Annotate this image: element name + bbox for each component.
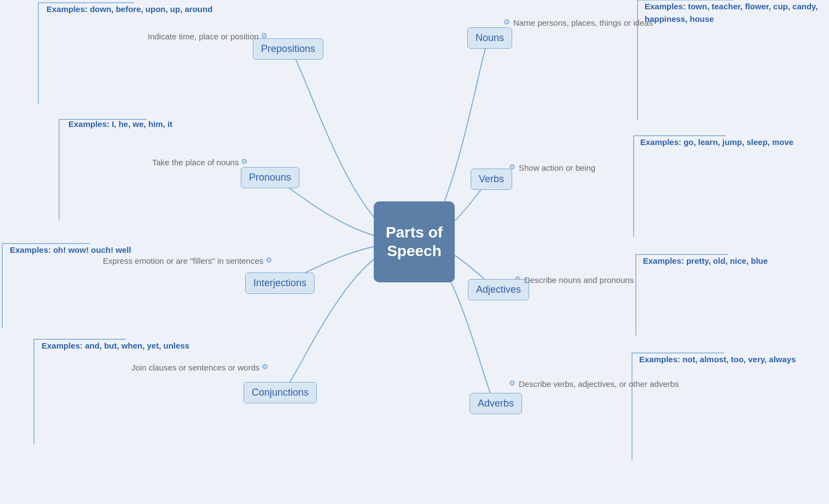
examples-interjections: Examples: oh! wow! ouch! well (10, 244, 131, 256)
desc-interjections: Express emotion or are "fillers" in sent… (103, 254, 263, 267)
branch-node-interjections: Interjections (245, 273, 315, 294)
desc-pronouns: Take the place of nouns (152, 156, 239, 169)
desc-verbs: Show action or being (519, 161, 595, 174)
examples-verbs: Examples: go, learn, jump, sleep, move (640, 136, 793, 148)
examples-adverbs: Examples: not, almost, too, very, always (639, 353, 796, 366)
svg-point-7 (510, 381, 514, 385)
desc-prepositions: Indicate time, place or position (148, 30, 259, 43)
branch-node-nouns: Nouns (467, 27, 512, 49)
desc-nouns: Name persons, places, things or ideas (513, 16, 653, 29)
desc-adjectives: Describe nouns and pronouns (524, 274, 634, 286)
examples-adjectives: Examples: pretty, old, nice, blue (643, 254, 768, 267)
examples-conjunctions: Examples: and, but, when, yet, unless (42, 339, 189, 352)
center-node: Parts of Speech (374, 201, 455, 282)
branch-node-adjectives: Adjectives (468, 279, 529, 300)
branch-node-prepositions: Prepositions (253, 38, 323, 60)
svg-point-2 (266, 258, 271, 262)
svg-point-4 (505, 20, 509, 24)
branch-node-conjunctions: Conjunctions (244, 382, 317, 403)
svg-point-5 (510, 165, 514, 169)
svg-point-3 (263, 364, 267, 369)
examples-nouns: Examples: town, teacher, flower, cup, ca… (645, 0, 829, 26)
desc-conjunctions: Join clauses or sentences or words (131, 361, 259, 374)
branch-node-pronouns: Pronouns (241, 167, 299, 188)
svg-point-1 (242, 159, 246, 164)
examples-pronouns: Examples: I, he, we, him, it (68, 118, 172, 130)
branch-node-adverbs: Adverbs (469, 393, 522, 414)
examples-prepositions: Examples: down, before, upon, up, around (47, 3, 212, 15)
desc-adverbs: Describe verbs, adjectives, or other adv… (519, 378, 679, 390)
svg-point-0 (262, 33, 266, 38)
branch-node-verbs: Verbs (471, 169, 512, 190)
